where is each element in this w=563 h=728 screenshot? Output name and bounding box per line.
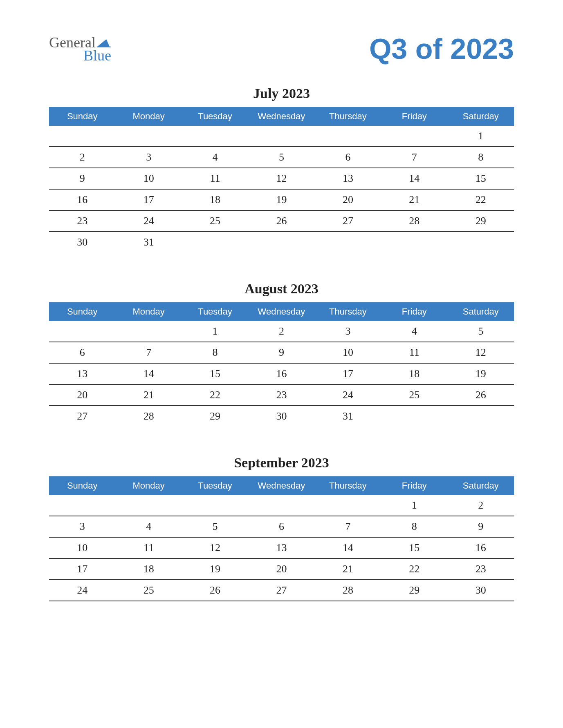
calendar-day-cell: 20 xyxy=(315,189,381,210)
calendar-day-cell xyxy=(115,126,182,147)
month-block: July 2023SundayMondayTuesdayWednesdayThu… xyxy=(49,86,514,252)
brand-word-2: Blue xyxy=(49,48,111,63)
calendar-day-cell: 11 xyxy=(115,537,182,558)
calendar-day-cell: 16 xyxy=(49,189,115,210)
calendar-day-cell: 18 xyxy=(381,363,447,384)
calendar-day-cell: 29 xyxy=(381,580,447,601)
day-header: Saturday xyxy=(448,476,514,495)
calendar-day-cell: 24 xyxy=(315,384,381,406)
day-header: Thursday xyxy=(315,476,381,495)
calendar-day-cell: 27 xyxy=(315,210,381,232)
calendar-day-cell: 8 xyxy=(448,147,514,168)
calendar-day-cell: 6 xyxy=(248,516,314,537)
calendar-day-cell: 17 xyxy=(315,363,381,384)
day-header: Tuesday xyxy=(182,107,248,126)
calendar-day-cell: 1 xyxy=(182,321,248,342)
day-header: Thursday xyxy=(315,302,381,321)
calendar-day-cell: 12 xyxy=(448,342,514,363)
calendar-week-row: 16171819202122 xyxy=(49,189,514,210)
calendar-day-cell: 16 xyxy=(248,363,314,384)
calendar-day-cell: 14 xyxy=(381,168,447,189)
calendar-day-cell: 17 xyxy=(49,558,115,580)
calendar-day-cell: 19 xyxy=(248,189,314,210)
calendar-day-cell: 11 xyxy=(381,342,447,363)
calendar-day-cell: 29 xyxy=(448,210,514,232)
day-header: Monday xyxy=(115,476,182,495)
calendar-day-cell xyxy=(381,232,447,252)
day-header: Friday xyxy=(381,476,447,495)
calendar-day-cell: 2 xyxy=(248,321,314,342)
calendar-day-cell: 3 xyxy=(315,321,381,342)
calendar-day-cell: 10 xyxy=(315,342,381,363)
calendar-day-cell: 10 xyxy=(49,537,115,558)
calendar-week-row: 24252627282930 xyxy=(49,580,514,601)
calendar-day-cell: 9 xyxy=(248,342,314,363)
calendar-day-cell: 25 xyxy=(115,580,182,601)
calendar-day-cell: 21 xyxy=(381,189,447,210)
calendar-day-cell: 12 xyxy=(248,168,314,189)
calendar-day-cell xyxy=(248,126,314,147)
calendar-day-cell: 21 xyxy=(315,558,381,580)
calendar-day-cell: 3 xyxy=(115,147,182,168)
calendar-day-cell: 2 xyxy=(448,495,514,516)
calendar-day-cell: 21 xyxy=(115,384,182,406)
calendar-day-cell: 19 xyxy=(448,363,514,384)
calendar-day-cell: 14 xyxy=(315,537,381,558)
calendar-day-cell: 7 xyxy=(115,342,182,363)
calendar-day-cell xyxy=(248,232,314,252)
calendar-day-cell: 26 xyxy=(248,210,314,232)
calendar-day-cell: 4 xyxy=(115,516,182,537)
month-block: September 2023SundayMondayTuesdayWednesd… xyxy=(49,455,514,601)
calendar-week-row: 12 xyxy=(49,495,514,516)
day-header: Monday xyxy=(115,302,182,321)
calendar-day-cell: 5 xyxy=(182,516,248,537)
calendar-day-cell: 22 xyxy=(448,189,514,210)
calendar-day-cell: 14 xyxy=(115,363,182,384)
calendar-day-cell: 15 xyxy=(381,537,447,558)
calendar-day-cell: 12 xyxy=(182,537,248,558)
day-header: Saturday xyxy=(448,107,514,126)
day-header: Saturday xyxy=(448,302,514,321)
calendar-day-cell xyxy=(448,232,514,252)
document-header: General Blue Q3 of 2023 xyxy=(49,33,514,65)
day-header: Tuesday xyxy=(182,302,248,321)
calendar-week-row: 13141516171819 xyxy=(49,363,514,384)
svg-marker-0 xyxy=(97,39,110,47)
calendar-day-cell: 20 xyxy=(49,384,115,406)
calendar-week-row: 20212223242526 xyxy=(49,384,514,406)
calendar-day-cell: 23 xyxy=(248,384,314,406)
calendar-day-cell: 30 xyxy=(248,406,314,427)
calendar-day-cell: 4 xyxy=(182,147,248,168)
calendar-day-cell: 1 xyxy=(381,495,447,516)
calendar-day-cell: 15 xyxy=(182,363,248,384)
calendar-day-cell: 26 xyxy=(448,384,514,406)
calendar-day-cell: 1 xyxy=(448,126,514,147)
calendar-day-cell: 8 xyxy=(182,342,248,363)
calendar-day-cell: 3 xyxy=(49,516,115,537)
calendar-day-cell: 30 xyxy=(49,232,115,252)
calendar-day-cell xyxy=(49,495,115,516)
day-header: Sunday xyxy=(49,302,115,321)
calendar-day-cell: 31 xyxy=(315,406,381,427)
calendar-day-cell: 9 xyxy=(448,516,514,537)
calendar-table: SundayMondayTuesdayWednesdayThursdayFrid… xyxy=(49,302,514,427)
calendar-day-cell xyxy=(248,495,314,516)
calendar-day-cell: 17 xyxy=(115,189,182,210)
calendar-day-cell: 8 xyxy=(381,516,447,537)
calendar-week-row: 1 xyxy=(49,126,514,147)
calendar-day-cell: 27 xyxy=(248,580,314,601)
day-header: Wednesday xyxy=(248,302,314,321)
calendar-week-row: 10111213141516 xyxy=(49,537,514,558)
calendar-day-cell: 25 xyxy=(381,384,447,406)
calendar-week-row: 3456789 xyxy=(49,516,514,537)
day-header: Wednesday xyxy=(248,107,314,126)
calendar-day-cell: 4 xyxy=(381,321,447,342)
day-header: Thursday xyxy=(315,107,381,126)
calendar-day-cell: 7 xyxy=(381,147,447,168)
calendar-day-cell: 13 xyxy=(49,363,115,384)
calendar-day-cell: 29 xyxy=(182,406,248,427)
calendar-day-cell: 6 xyxy=(49,342,115,363)
calendar-day-cell xyxy=(115,321,182,342)
day-header: Monday xyxy=(115,107,182,126)
month-title: July 2023 xyxy=(49,86,514,101)
